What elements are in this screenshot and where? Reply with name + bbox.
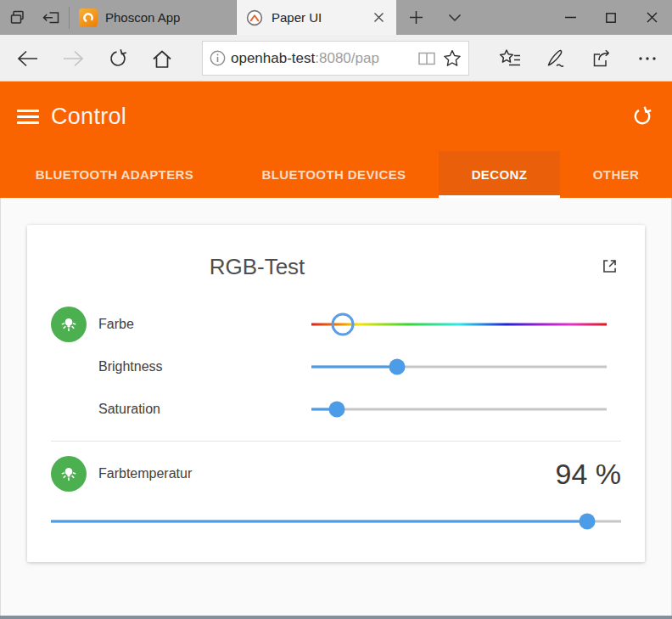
tab-deconz[interactable]: DECONZ	[439, 151, 560, 198]
saturation-slider-handle[interactable]	[329, 402, 345, 418]
home-icon[interactable]	[149, 47, 175, 70]
address-url: openhab-test:8080/pap	[231, 50, 379, 67]
forward-icon[interactable]	[60, 47, 86, 70]
tab-preview-icon[interactable]	[0, 0, 34, 35]
titlebar-separator	[69, 7, 70, 29]
window-controls	[550, 0, 672, 35]
openhab-favicon-icon	[245, 8, 264, 27]
channel-label: Farbtemperatur	[98, 466, 192, 481]
channel-row-color: Farbe	[51, 303, 621, 346]
channel-row-brightness: Brightness	[51, 346, 621, 388]
saturation-slider[interactable]	[311, 398, 607, 420]
color-slider-handle[interactable]	[331, 313, 354, 336]
back-icon[interactable]	[14, 47, 40, 70]
browser-tab-phoscon[interactable]: Phoscon App	[70, 0, 237, 35]
set-tabs-aside-icon[interactable]	[34, 0, 68, 35]
nav-tabs: BLUETOOTH ADAPTERS BLUETOOTH DEVICES DEC…	[0, 151, 672, 198]
address-host: openhab-test	[231, 50, 315, 66]
slider-track[interactable]	[311, 408, 607, 411]
window-bottom-edge	[0, 616, 672, 619]
tab-other[interactable]: OTHER	[560, 151, 672, 198]
address-path: :8080/pap	[315, 50, 379, 66]
color-temperature-slider-handle[interactable]	[579, 514, 595, 530]
color-temperature-slider[interactable]	[51, 510, 621, 532]
browser-titlebar: Phoscon App Paper UI	[0, 0, 672, 35]
open-in-new-icon[interactable]	[601, 257, 619, 276]
share-icon[interactable]	[589, 47, 614, 70]
close-tab-icon[interactable]	[369, 8, 388, 27]
menu-icon[interactable]	[17, 110, 39, 124]
address-bar[interactable]: openhab-test:8080/pap	[202, 41, 469, 76]
channel-label: Saturation	[98, 402, 160, 417]
channel-row-saturation: Saturation	[51, 388, 621, 430]
minimize-icon[interactable]	[550, 0, 591, 35]
color-slider[interactable]	[311, 313, 607, 335]
color-temperature-value: 94 %	[556, 458, 622, 491]
refresh-icon[interactable]	[630, 104, 655, 129]
hub-icon[interactable]	[497, 47, 523, 70]
refresh-icon[interactable]	[105, 47, 131, 70]
tab-title: Paper UI	[272, 10, 322, 25]
tab-list-chevron-icon[interactable]	[435, 0, 474, 35]
browser-window: Phoscon App Paper UI	[0, 0, 672, 619]
new-tab-icon[interactable]	[396, 0, 435, 35]
lightbulb-icon	[51, 307, 87, 342]
favorite-star-icon[interactable]	[443, 49, 462, 67]
paperui-header: Control BLUETOOTH ADAPTERS BLUETOOTH DEV…	[0, 82, 672, 198]
tab-bluetooth-devices[interactable]: BLUETOOTH DEVICES	[229, 151, 439, 198]
brightness-slider-handle[interactable]	[389, 359, 405, 375]
browser-toolbar: openhab-test:8080/pap	[0, 35, 672, 82]
page-title: Control	[51, 104, 126, 130]
maximize-icon[interactable]	[591, 0, 631, 35]
more-icon[interactable]	[635, 47, 660, 70]
brightness-slider[interactable]	[311, 356, 607, 378]
card-title: RGB-Test	[51, 252, 621, 281]
browser-tab-paperui[interactable]: Paper UI	[237, 0, 396, 35]
content-area: RGB-Test Farbe Brightn	[0, 198, 672, 616]
channel-label: Brightness	[98, 359, 163, 374]
close-icon[interactable]	[631, 0, 672, 35]
info-icon[interactable]	[210, 50, 226, 66]
web-note-pen-icon[interactable]	[543, 47, 568, 70]
tab-title: Phoscon App	[105, 10, 180, 25]
channel-label: Farbe	[98, 317, 134, 332]
slider-fill	[51, 521, 587, 523]
channel-row-color-temperature: Farbtemperatur 94 %	[51, 442, 621, 506]
thing-card-rgb-test: RGB-Test Farbe Brightn	[27, 225, 645, 562]
lightbulb-icon	[51, 456, 87, 492]
tab-bluetooth-adapters[interactable]: BLUETOOTH ADAPTERS	[0, 151, 229, 198]
slider-fill	[311, 366, 397, 369]
color-slider-track[interactable]	[311, 324, 607, 326]
reading-view-icon[interactable]	[417, 51, 436, 66]
phoscon-favicon-icon	[79, 8, 98, 27]
